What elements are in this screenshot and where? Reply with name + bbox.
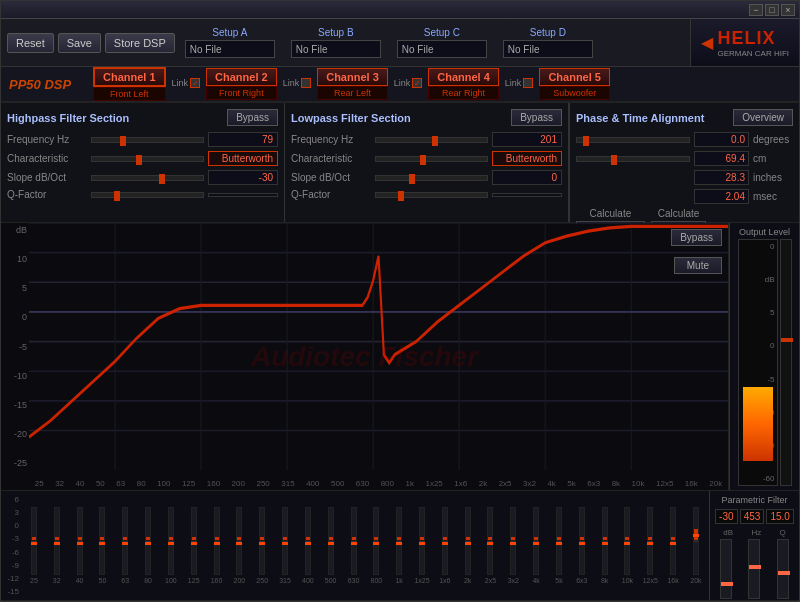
eq-bar-thumb-22[interactable] xyxy=(533,542,539,545)
store-dsp-button[interactable]: Store DSP xyxy=(105,33,175,53)
mute-button[interactable]: Mute xyxy=(674,257,722,274)
level-meter[interactable]: 0 dB 5 0 -5 -20 -30 -60 xyxy=(738,239,778,486)
eq-bar-track-17[interactable] xyxy=(419,507,425,575)
eq-bar-thumb-17[interactable] xyxy=(419,542,425,545)
eq-bar-thumb-10[interactable] xyxy=(259,542,265,545)
eq-bar-thumb-19[interactable] xyxy=(465,542,471,545)
eq-bar-track-28[interactable] xyxy=(670,507,676,575)
eq-bar-thumb-27[interactable] xyxy=(647,542,653,545)
eq-bar-thumb-14[interactable] xyxy=(351,542,357,545)
eq-bar-track-7[interactable] xyxy=(191,507,197,575)
parametric-slider-1[interactable] xyxy=(720,539,732,599)
eq-bar-thumb-11[interactable] xyxy=(282,542,288,545)
eq-bar-track-9[interactable] xyxy=(236,507,242,575)
eq-bar-track-14[interactable] xyxy=(351,507,357,575)
setup-a-input[interactable] xyxy=(185,40,275,58)
eq-bar-track-18[interactable] xyxy=(442,507,448,575)
eq-bar-thumb-2[interactable] xyxy=(77,542,83,545)
link-1-2-checkbox[interactable] xyxy=(190,78,200,88)
phase-overview-button[interactable]: Overview xyxy=(733,109,793,126)
eq-bar-track-29[interactable] xyxy=(693,507,699,575)
eq-bar-track-0[interactable] xyxy=(31,507,37,575)
eq-bar-thumb-4[interactable] xyxy=(122,542,128,545)
eq-bar-thumb-20[interactable] xyxy=(487,542,493,545)
link-3-4-checkbox[interactable] xyxy=(412,78,422,88)
highpass-slope-value[interactable]: -30 xyxy=(208,170,278,185)
eq-bar-thumb-23[interactable] xyxy=(556,542,562,545)
eq-bar-thumb-3[interactable] xyxy=(99,542,105,545)
channel-5-button[interactable]: Channel 5 xyxy=(539,68,610,86)
eq-bar-thumb-26[interactable] xyxy=(624,542,630,545)
eq-bar-track-1[interactable] xyxy=(54,507,60,575)
lowpass-slope-slider[interactable] xyxy=(375,175,488,181)
eq-bar-thumb-28[interactable] xyxy=(670,542,676,545)
lowpass-char-value[interactable]: Butterworth xyxy=(492,151,562,166)
parametric-slider-3[interactable] xyxy=(777,539,789,599)
eq-bar-thumb-15[interactable] xyxy=(373,542,379,545)
eq-bar-thumb-24[interactable] xyxy=(579,542,585,545)
channel-1-button[interactable]: Channel 1 xyxy=(93,67,166,87)
phase-value-3[interactable]: 28.3 xyxy=(694,170,749,185)
highpass-freq-slider[interactable] xyxy=(91,137,204,143)
highpass-qfactor-slider[interactable] xyxy=(91,192,204,198)
save-button[interactable]: Save xyxy=(58,33,101,53)
highpass-slope-slider[interactable] xyxy=(91,175,204,181)
eq-bar-thumb-8[interactable] xyxy=(214,542,220,545)
highpass-char-value[interactable]: Butterworth xyxy=(208,151,278,166)
maximize-button[interactable]: □ xyxy=(765,4,779,16)
lowpass-qfactor-slider[interactable] xyxy=(375,192,488,198)
lowpass-qfactor-value[interactable] xyxy=(492,193,562,197)
eq-bar-thumb-12[interactable] xyxy=(305,542,311,545)
eq-bar-track-15[interactable] xyxy=(373,507,379,575)
eq-bar-track-4[interactable] xyxy=(122,507,128,575)
phase-slider-1[interactable] xyxy=(576,137,690,143)
highpass-freq-value[interactable]: 79 xyxy=(208,132,278,147)
parametric-slider-2[interactable] xyxy=(748,539,760,599)
parametric-val3[interactable]: 15.0 xyxy=(766,509,793,524)
channel-4-button[interactable]: Channel 4 xyxy=(428,68,499,86)
lowpass-bypass-button[interactable]: Bypass xyxy=(511,109,562,126)
eq-bar-track-5[interactable] xyxy=(145,507,151,575)
parametric-slider-3-thumb[interactable] xyxy=(778,571,790,575)
eq-bar-track-2[interactable] xyxy=(77,507,83,575)
setup-c-input[interactable] xyxy=(397,40,487,58)
eq-bar-track-22[interactable] xyxy=(533,507,539,575)
eq-bar-thumb-29[interactable] xyxy=(693,534,699,537)
lowpass-freq-value[interactable]: 201 xyxy=(492,132,562,147)
phase-value-4[interactable]: 2.04 xyxy=(694,189,749,204)
eq-bar-thumb-25[interactable] xyxy=(602,542,608,545)
link-2-3-checkbox[interactable] xyxy=(301,78,311,88)
phase-slider-2[interactable] xyxy=(576,156,690,162)
eq-bar-track-27[interactable] xyxy=(647,507,653,575)
eq-bar-thumb-16[interactable] xyxy=(396,542,402,545)
eq-bar-track-26[interactable] xyxy=(624,507,630,575)
eq-bar-track-19[interactable] xyxy=(465,507,471,575)
eq-bar-thumb-5[interactable] xyxy=(145,542,151,545)
eq-bar-track-3[interactable] xyxy=(99,507,105,575)
channel-2-button[interactable]: Channel 2 xyxy=(206,68,277,86)
reset-button[interactable]: Reset xyxy=(7,33,54,53)
output-slider[interactable] xyxy=(780,239,792,486)
parametric-slider-1-thumb[interactable] xyxy=(721,582,733,586)
parametric-val2[interactable]: 453 xyxy=(740,509,765,524)
eq-bar-track-16[interactable] xyxy=(396,507,402,575)
eq-bar-thumb-1[interactable] xyxy=(54,542,60,545)
highpass-bypass-button[interactable]: Bypass xyxy=(227,109,278,126)
eq-bar-track-8[interactable] xyxy=(214,507,220,575)
channel-3-button[interactable]: Channel 3 xyxy=(317,68,388,86)
eq-bar-track-24[interactable] xyxy=(579,507,585,575)
graph-main[interactable]: dB 10 5 0 -5 -10 -15 -20 -25 xyxy=(1,223,729,490)
setup-b-input[interactable] xyxy=(291,40,381,58)
parametric-val1[interactable]: -30 xyxy=(715,509,737,524)
eq-bar-thumb-6[interactable] xyxy=(168,542,174,545)
parametric-slider-2-thumb[interactable] xyxy=(749,565,761,569)
close-button[interactable]: × xyxy=(781,4,795,16)
eq-bar-thumb-13[interactable] xyxy=(328,542,334,545)
eq-bar-thumb-7[interactable] xyxy=(191,542,197,545)
lowpass-slope-value[interactable]: 0 xyxy=(492,170,562,185)
eq-bar-track-11[interactable] xyxy=(282,507,288,575)
setup-d-input[interactable] xyxy=(503,40,593,58)
highpass-qfactor-value[interactable] xyxy=(208,193,278,197)
eq-bar-track-21[interactable] xyxy=(510,507,516,575)
phase-value-1[interactable]: 0.0 xyxy=(694,132,749,147)
